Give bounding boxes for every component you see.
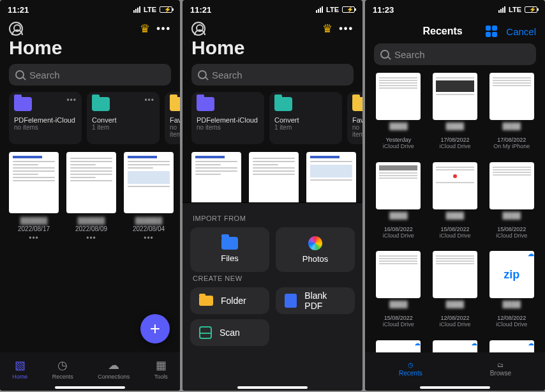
file-location: iCloud Drive — [383, 232, 414, 239]
folder-name: PDFelement-iCloud — [14, 116, 77, 124]
home-icon: ▧ — [15, 358, 26, 372]
crown-icon[interactable]: ♛ — [140, 22, 150, 36]
doc-more-icon[interactable]: ••• — [9, 234, 59, 243]
folder-convert[interactable]: Convert 1 item — [269, 92, 342, 144]
profile-icon[interactable] — [9, 22, 23, 36]
folder-pdfelement[interactable]: PDFelement-iCloud no items — [191, 92, 264, 144]
folders-row: ••• PDFelement-iCloud no items ••• Conve… — [0, 86, 180, 144]
file-item[interactable]: ████15/08/2022iCloud Drive — [428, 162, 482, 245]
photos-icon — [308, 236, 322, 250]
document-item[interactable]: ██████ 2022/08/04 ••• — [124, 152, 174, 243]
file-location: On My iPhone — [493, 143, 530, 149]
home-indicator[interactable] — [237, 386, 308, 389]
view-grid-icon[interactable] — [486, 26, 497, 37]
folder-sub: no items — [352, 124, 362, 138]
status-time: 11:21 — [8, 5, 29, 15]
file-item[interactable]: ████15/08/2022iCloud Drive — [371, 251, 426, 334]
file-name: ████ — [446, 212, 464, 226]
file-item[interactable]: ████17/08/2022On My iPhone — [484, 73, 539, 156]
file-date: 12/08/2022 — [497, 315, 526, 321]
folder-favorites[interactable]: Favori no items — [165, 92, 180, 144]
file-name: ████ — [389, 212, 407, 226]
cancel-button[interactable]: Cancel — [506, 26, 536, 37]
search-placeholder: Search — [212, 70, 243, 80]
tab-label: Connections — [98, 373, 130, 380]
file-grid[interactable]: ████YesterdayiCloud Drive ████17/08/2022… — [365, 69, 545, 369]
nav-title: Recents — [399, 26, 486, 37]
file-item[interactable]: ████YesterdayiCloud Drive — [371, 73, 426, 156]
nav-bar: Recents Cancel — [365, 19, 545, 41]
folder-name: Favori — [170, 116, 180, 124]
doc-more-icon[interactable]: ••• — [124, 234, 174, 243]
add-button[interactable]: + — [140, 314, 170, 343]
file-item[interactable]: ████17/08/2022iCloud Drive — [428, 73, 482, 156]
folder-sub: no items — [197, 124, 259, 131]
file-name: ████ — [389, 123, 407, 137]
crown-icon[interactable]: ♛ — [322, 22, 332, 36]
file-date: 16/08/2022 — [384, 226, 413, 232]
document-item[interactable]: ██████ 2022/08/17 ••• — [9, 152, 59, 243]
search-input[interactable]: Search — [191, 64, 354, 86]
status-right: LTE ⚡ — [316, 6, 355, 13]
tab-recents[interactable]: ◷Recents — [52, 358, 73, 380]
folder-favorites[interactable]: Favori no items — [347, 92, 362, 144]
folder-name: Favori — [352, 116, 362, 124]
clock-icon: ◷ — [408, 361, 414, 368]
doc-name: ██████ — [9, 217, 59, 224]
document-item[interactable]: ██████ 2022/08/09 ••• — [66, 152, 116, 243]
tab-recents[interactable]: ◷Recents — [399, 361, 422, 377]
button-label: Folder — [221, 296, 246, 306]
tab-label: Home — [12, 373, 27, 380]
more-icon[interactable]: ••• — [156, 23, 171, 34]
home-indicator[interactable] — [420, 386, 490, 389]
search-input[interactable]: Search — [9, 64, 171, 86]
button-label: Scan — [220, 328, 240, 338]
file-date: 15/08/2022 — [497, 226, 526, 232]
folder-more-icon[interactable]: ••• — [66, 96, 77, 105]
tab-connections[interactable]: ☁Connections — [98, 358, 130, 380]
tools-icon: ▦ — [156, 358, 167, 372]
doc-thumbnail — [9, 152, 59, 213]
network-label: LTE — [144, 6, 156, 13]
scan-button[interactable]: Scan — [190, 319, 269, 346]
button-label: Photos — [302, 254, 328, 264]
header-bar: ♛ ••• — [183, 19, 362, 36]
tab-label: Recents — [52, 373, 73, 380]
doc-more-icon[interactable]: ••• — [66, 234, 116, 243]
import-photos-button[interactable]: Photos — [276, 227, 355, 272]
tab-browse[interactable]: 🗂Browse — [490, 361, 511, 377]
folder-name: PDFelement-iCloud — [197, 116, 259, 124]
more-icon[interactable]: ••• — [339, 23, 354, 34]
file-thumbnail — [433, 73, 477, 120]
file-name: ████ — [446, 123, 464, 137]
file-item[interactable]: ████16/08/2022iCloud Drive — [371, 162, 426, 245]
folder-convert[interactable]: ••• Convert 1 item — [87, 92, 160, 144]
folder-more-icon[interactable]: ••• — [144, 96, 154, 105]
tab-tools[interactable]: ▦Tools — [154, 358, 168, 380]
folder-name: Convert — [274, 116, 337, 124]
files-icon — [221, 237, 238, 250]
search-input[interactable]: Search — [374, 43, 536, 65]
home-indicator[interactable] — [55, 386, 125, 389]
tab-bar: ▧Home ◷Recents ☁Connections ▦Tools — [0, 352, 180, 391]
import-files-button[interactable]: Files — [190, 227, 269, 272]
profile-icon[interactable] — [191, 22, 205, 36]
doc-date: 2022/08/17 — [9, 225, 59, 232]
folder-icon — [352, 97, 362, 111]
battery-icon: ⚡ — [525, 6, 537, 13]
create-blank-pdf-button[interactable]: Blank PDF — [276, 287, 355, 314]
file-item[interactable]: zip████12/08/2022iCloud Drive — [484, 251, 539, 334]
folder-icon — [199, 296, 213, 306]
file-location: iCloud Drive — [439, 143, 470, 149]
file-item[interactable]: ████12/08/2022iCloud Drive — [428, 251, 482, 334]
folder-pdfelement[interactable]: ••• PDFelement-iCloud no items — [9, 92, 82, 144]
tab-home[interactable]: ▧Home — [12, 358, 27, 380]
tab-label: Tools — [154, 373, 168, 380]
signal-icon — [316, 6, 323, 13]
status-bar: 11:23 LTE ⚡ — [365, 0, 545, 19]
documents-row: ██████ 2022/08/17 ••• ██████ 2022/08/09 … — [0, 144, 180, 243]
network-label: LTE — [509, 6, 521, 13]
file-date: 17/08/2022 — [497, 137, 526, 143]
create-folder-button[interactable]: Folder — [190, 287, 269, 314]
file-item[interactable]: ████15/08/2022iCloud Drive — [484, 162, 539, 245]
